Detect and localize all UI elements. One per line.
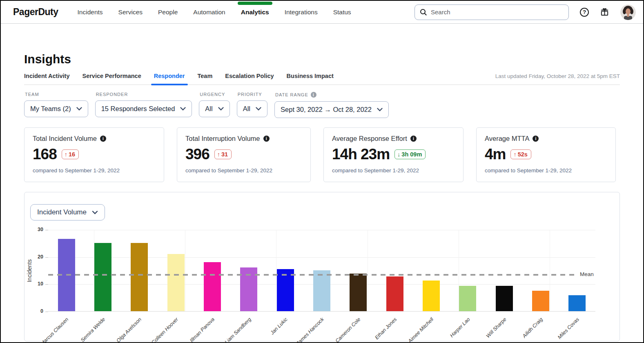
search-input[interactable] bbox=[431, 9, 564, 16]
x-axis-label-marcus-clausen: Marcus Clausen bbox=[40, 316, 70, 343]
x-axis-label-olga-axelsson: Olga Axelsson bbox=[116, 316, 143, 343]
comparison-note: compared to September 1-29, 2022 bbox=[33, 167, 156, 174]
delta-badge: ↑ 16 bbox=[62, 149, 79, 159]
metric-card-total-incident-volume: Total Incident Volume i 168 ↑ 16 compare… bbox=[24, 127, 164, 182]
info-icon[interactable]: i bbox=[533, 136, 539, 142]
delta-badge: ↑ 52s bbox=[510, 149, 531, 159]
filter-label: URGENCY bbox=[200, 92, 230, 97]
nav-item-people[interactable]: People bbox=[150, 1, 185, 24]
responder-chart-card: Incident Volume 0102030Marcus ClausenSem… bbox=[24, 192, 620, 341]
tab-team[interactable]: Team bbox=[198, 73, 213, 79]
y-axis-tick-label: 20 bbox=[30, 254, 43, 260]
delta-value: 3h 09m bbox=[401, 151, 422, 158]
trend-arrow-icon: ↑ bbox=[513, 151, 516, 158]
chart-bar-harper-lao[interactable] bbox=[459, 286, 476, 311]
chevron-down-icon bbox=[256, 107, 261, 111]
x-axis-label-illman-panova: Illman Panova bbox=[189, 316, 216, 343]
y-axis-tick-label: 0 bbox=[30, 308, 43, 314]
nav-item-incidents[interactable]: Incidents bbox=[70, 1, 111, 24]
chart-bar-ailidh-craig[interactable] bbox=[532, 291, 549, 311]
chart-bar-aimee-mitchell[interactable] bbox=[423, 281, 440, 311]
info-icon[interactable]: i bbox=[410, 136, 417, 142]
metric-value: 14h 23m bbox=[332, 147, 390, 162]
x-axis-label-aimee-mitchell: Aimee Mitchell bbox=[407, 316, 435, 343]
info-icon[interactable]: i bbox=[263, 136, 270, 142]
chevron-down-icon bbox=[377, 108, 383, 111]
chart-bar-james-hancock[interactable] bbox=[313, 270, 330, 311]
y-axis-tick-label: 30 bbox=[30, 227, 43, 232]
chevron-down-icon bbox=[180, 107, 186, 111]
tab-responder[interactable]: Responder bbox=[154, 73, 185, 79]
chevron-down-icon bbox=[218, 107, 224, 111]
y-axis-tickmark bbox=[45, 257, 48, 258]
chevron-down-icon bbox=[92, 211, 98, 214]
pagerduty-logo[interactable]: PagerDuty bbox=[13, 7, 58, 18]
search-icon bbox=[420, 9, 427, 16]
filter-button-date-range[interactable]: Sept 30, 2022 → Oct 28, 2022 bbox=[274, 101, 389, 118]
gridline-vertical bbox=[550, 230, 550, 311]
chart-bar-semira-welde[interactable] bbox=[94, 243, 111, 311]
nav-item-integrations[interactable]: Integrations bbox=[277, 1, 325, 24]
chart-bar-illman-panova[interactable] bbox=[204, 262, 221, 311]
metric-cards: Total Incident Volume i 168 ↑ 16 compare… bbox=[24, 127, 620, 182]
chart-bar-colleen-hoover[interactable] bbox=[167, 254, 185, 311]
x-axis-label-semira-welde: Semira Welde bbox=[80, 316, 106, 343]
filter-button-urgency[interactable]: All bbox=[199, 100, 230, 117]
insights-tabs: Incident Activity Service Performance Re… bbox=[24, 73, 620, 85]
nav-item-services[interactable]: Services bbox=[111, 1, 150, 24]
filter-label: DATE RANGE i bbox=[275, 92, 389, 98]
delta-badge: ↓ 3h 09m bbox=[394, 149, 426, 159]
filter-group-date-range: DATE RANGE i Sept 30, 2022 → Oct 28, 202… bbox=[274, 92, 389, 118]
x-axis-label-harper-lao: Harper Lao bbox=[449, 316, 471, 339]
metric-card-total-interruption-volume: Total Interruption Volume i 396 ↑ 31 com… bbox=[177, 127, 311, 182]
nav-item-analytics[interactable]: Analytics bbox=[233, 1, 277, 24]
gift-icon[interactable] bbox=[600, 7, 609, 17]
filter-button-priority[interactable]: All bbox=[237, 100, 267, 117]
filter-button-team[interactable]: My Teams (2) bbox=[24, 100, 88, 117]
chart-bar-ethan-jones[interactable] bbox=[386, 276, 403, 311]
trend-arrow-icon: ↓ bbox=[397, 151, 400, 158]
x-axis-label-colleen-hoover: Colleen Hoover bbox=[150, 316, 179, 343]
trend-arrow-icon: ↑ bbox=[65, 151, 67, 158]
filter-group-priority: PRIORITY All bbox=[237, 92, 267, 118]
delta-value: 31 bbox=[221, 151, 228, 158]
trend-arrow-icon: ↑ bbox=[217, 151, 220, 158]
tab-escalation-policy[interactable]: Escalation Policy bbox=[225, 73, 274, 79]
search-box[interactable] bbox=[414, 4, 569, 20]
chart-bar-olga-axelsson[interactable] bbox=[131, 243, 148, 311]
info-icon[interactable]: i bbox=[100, 136, 106, 142]
mean-line bbox=[48, 274, 576, 276]
metric-title: Average Response Effort i bbox=[332, 135, 455, 143]
chart-bar-will-sharpe[interactable] bbox=[496, 286, 513, 311]
metric-title: Average MTTA i bbox=[485, 135, 607, 143]
tab-incident-activity[interactable]: Incident Activity bbox=[24, 73, 69, 79]
y-axis-title: Incidents bbox=[26, 259, 33, 282]
nav-item-automation[interactable]: Automation bbox=[185, 1, 233, 24]
gridline-horizontal bbox=[48, 257, 595, 258]
metric-card-average-response-effort: Average Response Effort i 14h 23m ↓ 3h 0… bbox=[323, 127, 464, 182]
metric-card-average-mtta: Average MTTA i 4m ↑ 52s compared to Sept… bbox=[476, 127, 616, 182]
tab-business-impact[interactable]: Business Impact bbox=[287, 73, 334, 79]
x-axis-label-ailidh-craig: Ailidh Craig bbox=[521, 316, 544, 339]
x-axis-label-cameron-cole: Cameron Cole bbox=[334, 316, 361, 343]
filter-bar: TEAM My Teams (2) RESPONDER 15 Res bbox=[24, 92, 620, 118]
filter-group-urgency: URGENCY All bbox=[199, 92, 230, 118]
nav-item-status[interactable]: Status bbox=[325, 1, 359, 24]
chart-bar-cameron-cole[interactable] bbox=[350, 274, 367, 311]
y-axis-tickmark bbox=[45, 312, 48, 312]
nav-right-cluster: ? bbox=[414, 4, 636, 20]
chart-bar-miles-covas[interactable] bbox=[568, 295, 586, 311]
y-axis-tickmark bbox=[45, 284, 48, 285]
help-icon[interactable]: ? bbox=[580, 8, 589, 17]
tab-service-performance[interactable]: Service Performance bbox=[82, 73, 141, 79]
bar-chart-plot: 0102030Marcus ClausenSemira WeldeOlga Ax… bbox=[48, 230, 595, 312]
filter-button-responder[interactable]: 15 Responders Selected bbox=[95, 100, 192, 117]
metric-value: 4m bbox=[485, 147, 506, 162]
info-icon[interactable]: i bbox=[311, 92, 316, 98]
x-axis-label-james-hancock: James Hancock bbox=[295, 316, 325, 343]
delta-badge: ↑ 31 bbox=[214, 149, 232, 159]
gridline-horizontal bbox=[48, 230, 595, 230]
user-avatar[interactable] bbox=[620, 4, 636, 20]
chart-metric-selector[interactable]: Incident Volume bbox=[30, 204, 105, 220]
comparison-note: compared to September 1-29, 2022 bbox=[485, 167, 607, 174]
